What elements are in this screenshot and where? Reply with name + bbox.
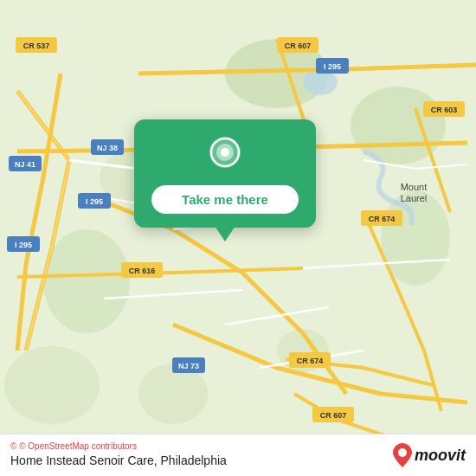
svg-text:CR 616: CR 616	[129, 267, 156, 275]
svg-text:CR 607: CR 607	[320, 411, 347, 420]
svg-point-5	[4, 346, 100, 424]
attribution-label: © OpenStreetMap contributors	[19, 441, 137, 451]
svg-text:CR 674: CR 674	[369, 215, 396, 223]
svg-text:CR 537: CR 537	[23, 42, 50, 50]
svg-point-40	[221, 148, 229, 157]
location-popup: Take me there	[134, 119, 316, 228]
svg-text:CR 603: CR 603	[431, 106, 458, 114]
svg-text:NJ 73: NJ 73	[178, 362, 199, 370]
svg-text:I 295: I 295	[324, 62, 341, 71]
svg-text:Laurel: Laurel	[401, 193, 428, 203]
map-container: CR 537 CR 607 I 295 CR 603 NJ 41 NJ 38 I…	[0, 0, 476, 476]
svg-text:CR 674: CR 674	[297, 357, 324, 365]
copyright-symbol: ©	[10, 441, 16, 451]
svg-point-42	[398, 448, 407, 457]
svg-point-4	[43, 229, 130, 333]
svg-text:I 295: I 295	[15, 241, 32, 249]
take-me-there-button[interactable]: Take me there	[151, 185, 299, 214]
moovit-brand-text: moovit	[415, 447, 466, 465]
location-pin-icon	[204, 135, 246, 177]
svg-text:NJ 38: NJ 38	[97, 144, 118, 152]
svg-text:Mount: Mount	[401, 182, 428, 192]
moovit-pin-icon	[393, 443, 412, 467]
svg-text:CR 607: CR 607	[285, 42, 312, 50]
svg-text:NJ 41: NJ 41	[15, 160, 35, 169]
bottom-bar: © © OpenStreetMap contributors Home Inst…	[0, 434, 476, 476]
moovit-logo: moovit	[393, 443, 466, 467]
svg-text:I 295: I 295	[86, 197, 103, 206]
